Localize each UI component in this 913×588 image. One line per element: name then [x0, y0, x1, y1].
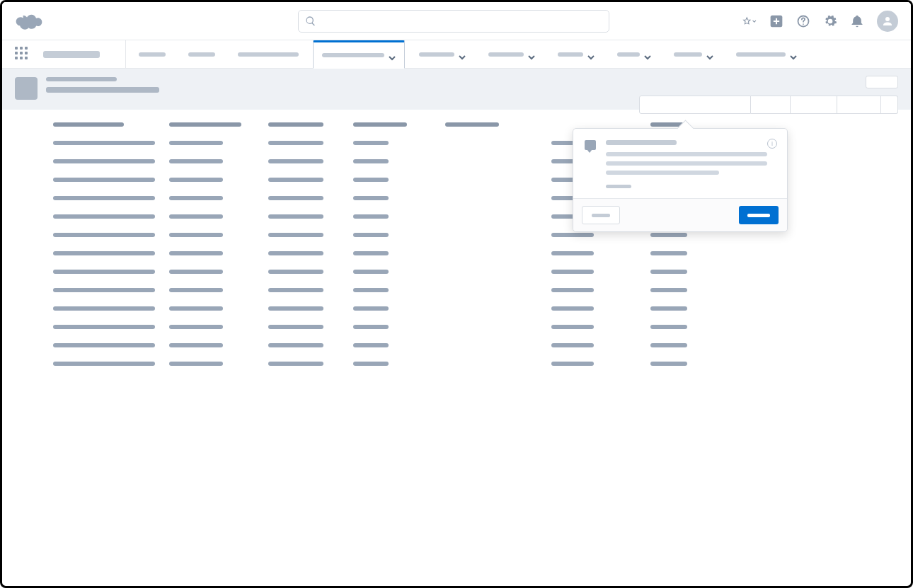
table-row[interactable]	[2, 299, 911, 318]
object-icon	[15, 77, 38, 100]
salesforce-logo-icon	[15, 11, 43, 31]
cell-value	[353, 288, 389, 292]
cell-value	[268, 178, 323, 182]
nav-tab-3[interactable]	[313, 40, 405, 69]
chevron-down-icon[interactable]	[389, 52, 396, 59]
global-header	[2, 2, 911, 40]
page-eyebrow	[46, 77, 117, 81]
cell-value	[551, 343, 594, 347]
nav-tab-4[interactable]	[410, 40, 474, 68]
chevron-down-icon[interactable]	[528, 51, 535, 58]
cell-value	[353, 214, 389, 219]
cell-value	[53, 141, 155, 145]
header-action-top[interactable]	[866, 76, 898, 88]
user-avatar[interactable]	[877, 11, 898, 32]
cell-value	[353, 251, 389, 255]
list-control-4[interactable]	[837, 96, 881, 114]
table-row[interactable]	[2, 354, 911, 373]
info-icon[interactable]: i	[767, 139, 777, 149]
table-row[interactable]	[2, 318, 911, 336]
cell-value	[353, 159, 389, 163]
list-control-5[interactable]	[881, 96, 898, 114]
cell-value	[353, 270, 389, 274]
cell-value	[53, 306, 155, 311]
col-header-0[interactable]	[53, 122, 124, 127]
cell-value	[551, 288, 594, 292]
list-control-2[interactable]	[751, 96, 791, 114]
popover-primary-button[interactable]	[739, 206, 779, 224]
cell-value	[53, 288, 155, 292]
chevron-down-icon[interactable]	[587, 51, 595, 58]
nav-tab-7[interactable]	[609, 40, 660, 68]
cell-value	[53, 178, 155, 182]
col-header-2[interactable]	[268, 122, 323, 127]
cell-value	[353, 233, 389, 237]
chevron-down-icon[interactable]	[790, 51, 797, 58]
nav-tab-5[interactable]	[480, 40, 544, 68]
cell-value	[169, 214, 223, 219]
chevron-down-icon[interactable]	[644, 51, 651, 58]
cell-value	[268, 288, 323, 292]
favorites-icon[interactable]	[742, 14, 757, 28]
cell-value	[268, 362, 323, 366]
list-control-3[interactable]	[791, 96, 837, 114]
cell-value	[353, 196, 389, 200]
page-title	[46, 87, 159, 93]
svg-point-2	[803, 23, 804, 25]
cell-value	[53, 196, 155, 200]
object-nav	[2, 40, 911, 69]
cell-value	[169, 159, 223, 163]
col-header-4[interactable]	[445, 122, 499, 127]
list-control-1[interactable]	[639, 96, 751, 114]
table-row[interactable]	[2, 244, 911, 263]
nav-tab-1[interactable]	[180, 40, 224, 68]
cell-value	[650, 270, 687, 274]
prompt-popover: i	[573, 128, 788, 232]
search-input[interactable]	[298, 10, 609, 33]
chevron-down-icon[interactable]	[706, 51, 713, 58]
cell-value	[169, 343, 223, 347]
setup-gear-icon[interactable]	[823, 14, 837, 28]
cell-value	[53, 362, 155, 366]
add-icon[interactable]	[769, 14, 783, 28]
cell-value	[53, 159, 155, 163]
cell-value	[53, 251, 155, 255]
table-row[interactable]	[2, 336, 911, 354]
cell-value	[169, 251, 223, 255]
cell-value	[53, 270, 155, 274]
cell-value	[268, 214, 323, 219]
col-header-3[interactable]	[353, 122, 407, 127]
cell-value	[353, 362, 389, 366]
chat-prompt-icon	[585, 140, 596, 150]
cell-value	[268, 306, 323, 311]
nav-tab-6[interactable]	[549, 40, 603, 68]
table-row[interactable]	[2, 263, 911, 281]
nav-tab-8[interactable]	[665, 40, 722, 68]
popover-secondary-button[interactable]	[582, 206, 620, 224]
cell-value	[53, 343, 155, 347]
cell-value	[53, 233, 155, 237]
chevron-down-icon[interactable]	[459, 51, 466, 58]
help-icon[interactable]	[796, 14, 810, 28]
cell-value	[53, 325, 155, 329]
cell-value	[551, 251, 594, 255]
nav-tab-0[interactable]	[125, 40, 174, 68]
list-view-controls	[639, 96, 898, 114]
table-row[interactable]	[2, 281, 911, 299]
cell-value	[169, 325, 223, 329]
cell-value	[650, 251, 687, 255]
app-launcher-icon[interactable]	[15, 47, 30, 62]
col-header-1[interactable]	[169, 122, 241, 127]
notifications-bell-icon[interactable]	[850, 14, 864, 28]
popover-meta	[606, 185, 631, 188]
cell-value	[169, 196, 223, 200]
cell-value	[268, 325, 323, 329]
cell-value	[169, 233, 223, 237]
cell-value	[268, 233, 323, 237]
cell-value	[353, 178, 389, 182]
app-name	[43, 51, 100, 58]
nav-tab-2[interactable]	[229, 40, 307, 68]
cell-value	[268, 343, 323, 347]
cell-value	[551, 325, 594, 329]
nav-tab-9[interactable]	[728, 40, 805, 68]
